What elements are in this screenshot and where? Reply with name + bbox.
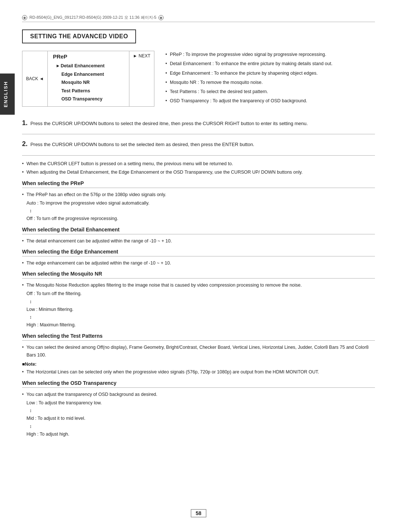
- mosquito-off: Off : To turn off the filtering.: [22, 290, 375, 298]
- section-osd-heading: When selecting the OSD Transparency: [22, 380, 375, 388]
- nav-center-panel: PReP ▸Detail Enhancement Edge Enhancemen…: [48, 51, 129, 106]
- divider-after-step1: [22, 134, 375, 134]
- osd-arrow-2: ↕: [22, 423, 375, 430]
- prep-body-0: The PReP has an effect on the 576p or th…: [22, 191, 375, 199]
- osd-low: Low : To adjust the transparency low.: [22, 399, 375, 407]
- desc-mosquito-nr: Mosquito NR : To remove the mosquito noi…: [165, 79, 375, 86]
- prep-off: Off : To turn off the progressive reproc…: [22, 215, 375, 223]
- section-edge-enhancement: When selecting the Edge Enhancement The …: [22, 249, 375, 267]
- note-1: When the CURSOR LEFT button is pressed o…: [22, 160, 375, 168]
- section-edge-body: The edge enhancement can be adjusted wit…: [22, 259, 375, 267]
- mosquito-arrow-1: ↕: [22, 298, 375, 306]
- page-title: SETTING THE ADVANCED VIDEO: [22, 29, 136, 43]
- menu-item-test-patterns[interactable]: Test Patterns: [57, 87, 124, 95]
- osd-arrow-1: ↕: [22, 407, 375, 415]
- section-prep-heading: When selecting the PReP: [22, 180, 375, 188]
- test-body-0: You can select the desired among Off(no …: [22, 344, 375, 359]
- section-prep: When selecting the PReP The PReP has an …: [22, 180, 375, 223]
- top-bar-text: RD-8504(G)_ENG_091217:RD-8504(G) 2009-12…: [29, 15, 156, 20]
- edge-body-0: The edge enhancement can be adjusted wit…: [22, 259, 375, 267]
- test-note-label: ■Note:: [22, 361, 375, 368]
- nav-back-button[interactable]: BACK ◄: [22, 51, 48, 106]
- mosquito-low: Low : Minimun filtering.: [22, 306, 375, 313]
- sidebar-english-label: ENGLISH: [0, 74, 15, 115]
- section-osd-transparency: When selecting the OSD Transparency You …: [22, 380, 375, 439]
- nav-box: BACK ◄ PReP ▸Detail Enhancement Edge Enh…: [22, 51, 154, 107]
- mosquito-high: High : Maximun filtering.: [22, 321, 375, 329]
- page-number: 58: [191, 509, 206, 517]
- section-detail-heading: When selecting the Detail Enhancement: [22, 227, 375, 234]
- circle-marker-left: ◉: [22, 15, 27, 20]
- section-test-body: You can select the desired among Off(no …: [22, 344, 375, 376]
- detail-body-0: The detail enhancement can be adjusted w…: [22, 237, 375, 245]
- desc-detail-enhancement: Detail Enhancement : To enhance the enti…: [165, 60, 375, 68]
- test-body-2: The Horizontal Lines can be selected onl…: [22, 368, 375, 376]
- main-top-area: BACK ◄ PReP ▸Detail Enhancement Edge Enh…: [22, 51, 375, 110]
- section-test-heading: When selecting the Test Patterns: [22, 333, 375, 341]
- menu-item-mosquito-nr[interactable]: Mosquito NR: [57, 78, 124, 87]
- step1-number: 1.: [22, 119, 28, 127]
- section-mosquito-nr: When selecting the Mosquito NR The Mosqu…: [22, 271, 375, 329]
- section-detail-body: The detail enhancement can be adjusted w…: [22, 237, 375, 245]
- menu-item-osd-transparency[interactable]: OSD Transparency: [57, 95, 124, 103]
- osd-mid: Mid : To adjust it to mid level.: [22, 415, 375, 422]
- nav-next-button[interactable]: ► NEXT: [129, 51, 154, 106]
- prep-auto: Auto : To improve the progressive video …: [22, 199, 375, 207]
- right-descriptions-panel: PReP : To improve the progressive video …: [165, 51, 375, 110]
- step2-section: 2. Press the CURSOR UP/DOWN buttons to s…: [22, 139, 375, 149]
- desc-test-patterns: Test Patterns : To select the desired te…: [165, 88, 375, 96]
- menu-item-edge-enhancement[interactable]: Edge Enhancement: [57, 70, 124, 79]
- section-mosquito-body: The Mosquito Noise Reduction applies fil…: [22, 281, 375, 329]
- notes-section: When the CURSOR LEFT button is pressed o…: [22, 160, 375, 177]
- step2-text: Press the CURSOR UP/DOWN buttons to set …: [31, 142, 254, 147]
- section-test-patterns: When selecting the Test Patterns You can…: [22, 333, 375, 376]
- prep-arrow-1: ↕: [22, 207, 375, 215]
- desc-osd-transparency: OSD Transparency : To adjust the tranpar…: [165, 97, 375, 105]
- section-prep-body: The PReP has an effect on the 576p or th…: [22, 191, 375, 223]
- section-mosquito-heading: When selecting the Mosquito NR: [22, 271, 375, 279]
- step2-number: 2.: [22, 140, 28, 148]
- section-detail-enhancement: When selecting the Detail Enhancement Th…: [22, 227, 375, 245]
- mosquito-body-0: The Mosquito Noise Reduction applies fil…: [22, 281, 375, 289]
- desc-prep: PReP : To improve the progressive video …: [165, 51, 375, 58]
- menu-item-detail-enhancement[interactable]: ▸Detail Enhancement: [57, 62, 124, 70]
- section-edge-heading: When selecting the Edge Enhancement: [22, 249, 375, 256]
- step1-text: Press the CURSOR UP/DOWN buttons to sele…: [31, 121, 308, 126]
- desc-edge-enhancement: Edge Enhancement : To enhance the pictur…: [165, 70, 375, 77]
- osd-high: High : To adjust high.: [22, 430, 375, 438]
- circle-marker-right: ◉: [158, 15, 164, 20]
- note-2: When adjusting the Detail Enhancement, t…: [22, 169, 375, 176]
- nav-menu-items: ▸Detail Enhancement Edge Enhancement Mos…: [53, 61, 124, 104]
- osd-body-0: You can adjust the transparency of OSD b…: [22, 391, 375, 398]
- section-osd-body: You can adjust the transparency of OSD b…: [22, 391, 375, 439]
- left-panel: BACK ◄ PReP ▸Detail Enhancement Edge Enh…: [22, 51, 154, 110]
- divider-after-step2: [22, 155, 375, 156]
- top-bar: ◉ RD-8504(G)_ENG_091217:RD-8504(G) 2009-…: [22, 15, 375, 22]
- mosquito-arrow-2: ↕: [22, 313, 375, 321]
- nav-current-label: PReP: [53, 53, 124, 60]
- step1-section: 1. Press the CURSOR UP/DOWN buttons to s…: [22, 118, 375, 128]
